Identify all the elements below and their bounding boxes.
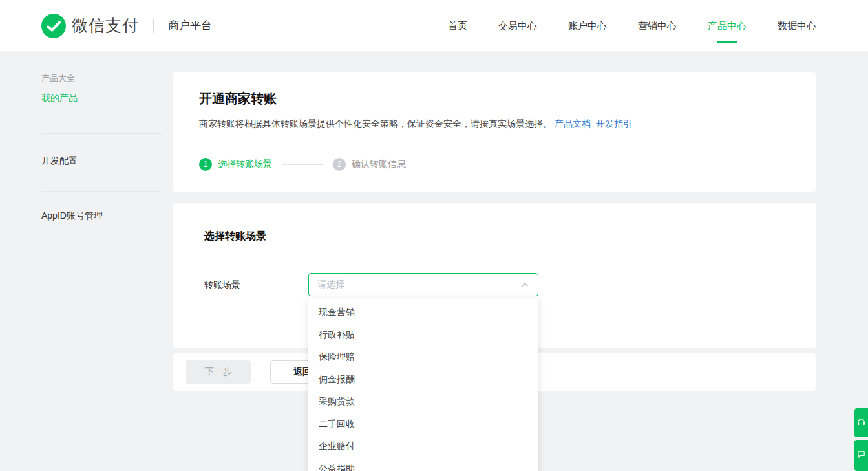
intro-description-text: 商家转账将根据具体转账场景提供个性化安全策略，保证资金安全，请按真实场景选择。 — [199, 118, 552, 129]
nav-item-trade-center[interactable]: 交易中心 — [498, 0, 537, 52]
dropdown-option-commission[interactable]: 佣金报酬 — [308, 368, 538, 391]
intro-description: 商家转账将根据具体转账场景提供个性化安全策略，保证资金安全，请按真实场景选择。产… — [199, 116, 790, 131]
dropdown-option-procurement[interactable]: 采购货款 — [308, 390, 538, 413]
chevron-up-icon — [520, 280, 529, 289]
nav-item-product-center[interactable]: 产品中心 — [708, 0, 746, 52]
step-1-circle: 1 — [199, 158, 212, 171]
logo-area: 微信支付 商户平台 — [41, 14, 212, 38]
sidebar-divider — [41, 133, 162, 134]
nav-item-account-center[interactable]: 账户中心 — [568, 0, 607, 52]
scene-select[interactable]: 请选择 — [308, 273, 538, 296]
main-content: 开通商家转账 商家转账将根据具体转账场景提供个性化安全策略，保证资金安全，请按真… — [173, 72, 816, 391]
step-1-label: 选择转账场景 — [218, 159, 272, 170]
scene-form-card: 选择转账场景 转账场景 请选择 现金营销 行政补贴 — [173, 203, 816, 348]
sidebar-divider — [41, 191, 162, 192]
section-title: 选择转账场景 — [204, 229, 785, 243]
dropdown-option-admin-subsidy[interactable]: 行政补贴 — [308, 323, 538, 346]
nav-item-data-center[interactable]: 数据中心 — [778, 0, 816, 52]
step-indicator: 1 选择转账场景 2 确认转账信息 — [199, 158, 790, 171]
platform-title: 商户平台 — [168, 18, 212, 33]
sidebar-item-dev-config[interactable]: 开发配置 — [41, 155, 173, 166]
dropdown-option-charity[interactable]: 公益捐助 — [308, 457, 538, 471]
nav-item-marketing-center[interactable]: 营销中心 — [638, 0, 677, 52]
page-title: 开通商家转账 — [199, 89, 790, 107]
sidebar-item-product-catalog[interactable]: 产品大全 — [41, 72, 173, 84]
sidebar: 产品大全 我的产品 开发配置 AppID账号管理 — [41, 72, 173, 391]
feedback-widget[interactable] — [854, 440, 868, 471]
step-2-circle: 2 — [333, 158, 346, 171]
dev-guide-link[interactable]: 开发指引 — [596, 118, 632, 129]
scene-select-wrap: 请选择 现金营销 行政补贴 保险理赔 佣金报酬 采购货款 二手回收 — [308, 273, 538, 296]
page-body: 产品大全 我的产品 开发配置 AppID账号管理 开通商家转账 商家转账将根据具… — [0, 52, 868, 391]
step-2-label: 确认转账信息 — [352, 159, 406, 170]
scene-form-row: 转账场景 请选择 现金营销 行政补贴 保险理赔 佣 — [204, 273, 785, 296]
logo-text: 微信支付 — [72, 15, 139, 36]
dropdown-option-enterprise-compensation[interactable]: 企业赔付 — [308, 435, 538, 457]
sidebar-item-my-products[interactable]: 我的产品 — [41, 92, 173, 104]
main-nav: 首页 交易中心 账户中心 营销中心 产品中心 数据中心 — [448, 0, 816, 52]
step-connector-line — [282, 164, 323, 165]
dropdown-option-insurance-claim[interactable]: 保险理赔 — [308, 345, 538, 368]
next-step-button[interactable]: 下一步 — [186, 360, 251, 384]
top-header: 微信支付 商户平台 首页 交易中心 账户中心 营销中心 产品中心 数据中心 — [0, 0, 868, 52]
floating-widgets — [854, 408, 868, 471]
product-doc-link[interactable]: 产品文档 — [555, 118, 591, 129]
wechat-pay-logo-icon — [41, 14, 66, 38]
intro-card: 开通商家转账 商家转账将根据具体转账场景提供个性化安全策略，保证资金安全，请按真… — [173, 72, 816, 192]
chat-bubble-icon — [857, 450, 865, 461]
scene-field-label: 转账场景 — [204, 273, 308, 296]
customer-service-widget[interactable] — [854, 408, 868, 437]
headset-icon — [857, 417, 865, 429]
scene-dropdown: 现金营销 行政补贴 保险理赔 佣金报酬 采购货款 二手回收 企业赔付 公益捐助 — [308, 298, 538, 471]
select-placeholder: 请选择 — [317, 279, 344, 290]
dropdown-option-secondhand-recycle[interactable]: 二手回收 — [308, 413, 538, 435]
header-divider — [153, 19, 154, 33]
sidebar-item-appid-management[interactable]: AppID账号管理 — [41, 210, 173, 221]
nav-item-home[interactable]: 首页 — [448, 0, 467, 52]
dropdown-option-cash-marketing[interactable]: 现金营销 — [308, 301, 538, 323]
